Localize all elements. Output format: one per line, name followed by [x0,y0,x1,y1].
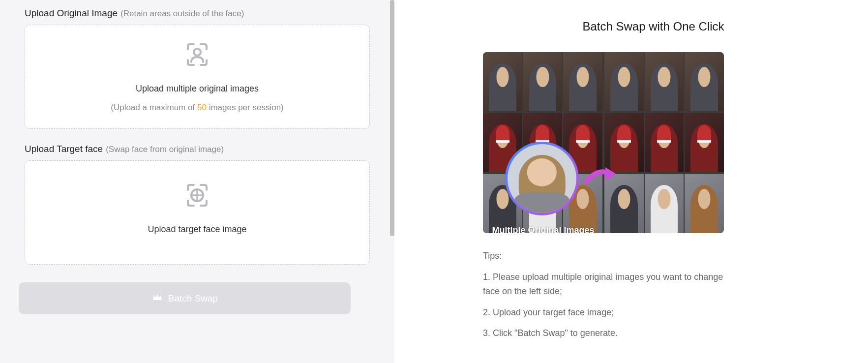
upload-target-text: Upload target face image [148,224,246,235]
right-title: Batch Swap with One Click [468,20,838,33]
target-section-title: Upload Target face [25,144,103,154]
svg-point-0 [194,49,201,56]
target-section-header: Upload Target face (Swap face from origi… [25,144,370,154]
tip-3: 3. Click "Batch Swap" to generate. [483,326,724,340]
tips-label: Tips: [483,251,724,261]
limit-suffix: images per session) [207,103,284,112]
limit-number: 50 [197,103,207,112]
original-section-subtitle: (Retain areas outside of the face) [120,9,244,19]
overlay-line-1: Multiple Original Images [488,224,599,233]
scrollbar-thumb[interactable] [390,0,394,236]
upload-target-dropzone[interactable]: Upload target face image [25,160,370,265]
batch-swap-button[interactable]: Batch Swap [19,282,351,314]
limit-prefix: (Upload a maximum of [111,103,197,112]
crown-icon [151,291,163,305]
tip-2: 2. Upload your target face image; [483,305,724,320]
tips-section: Tips: 1. Please upload multiple original… [483,251,724,347]
batch-swap-button-label: Batch Swap [168,293,218,304]
upload-face-icon [184,182,210,211]
upload-original-dropzone[interactable]: Upload multiple original images (Upload … [25,25,370,129]
original-section-header: Upload Original Image (Retain areas outs… [25,8,370,19]
left-panel: Upload Original Image (Retain areas outs… [0,0,394,363]
upload-person-icon [184,41,210,70]
tip-1: 1. Please upload multiple original image… [483,270,724,299]
demo-overlay-text: Multiple Original Images Batch Swap [488,224,599,233]
upload-original-limit: (Upload a maximum of 50 images per sessi… [111,103,284,113]
arrow-icon [584,164,619,191]
demo-image: Multiple Original Images Batch Swap [483,52,724,233]
original-section-title: Upload Original Image [25,8,118,19]
target-section-subtitle: (Swap face from original image) [106,145,224,154]
right-panel: Batch Swap with One Click [394,0,868,363]
upload-original-text: Upload multiple original images [136,84,259,94]
target-face-circle [505,142,579,215]
